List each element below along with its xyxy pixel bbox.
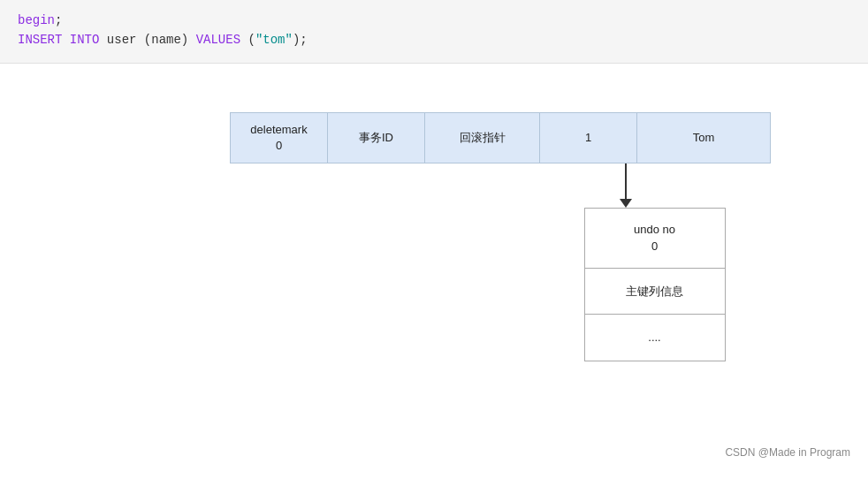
record-table-wrapper: deletemark 0 事务ID 回滚指针 1 Tom (230, 112, 771, 163)
arrow-head (620, 199, 632, 208)
undo-table: undo no 0 主键列信息 .... (584, 208, 726, 361)
undo-box: undo no 0 主键列信息 .... (469, 208, 726, 361)
code-block: begin; INSERT INTO user (name) VALUES ("… (0, 0, 868, 64)
undo-cell-pk: 主键列信息 (585, 269, 725, 315)
record-table: deletemark 0 事务ID 回滚指针 1 Tom (230, 112, 771, 163)
cell-transaction-id: 事务ID (328, 113, 425, 163)
code-line-2: INSERT INTO user (name) VALUES ("tom"); (18, 30, 850, 49)
undo-cell-no: undo no 0 (585, 209, 725, 269)
watermark: CSDN @Made in Program (725, 446, 850, 459)
keyword-begin: begin (18, 13, 55, 27)
keyword-insert: INSERT INTO (18, 33, 99, 47)
keyword-values: VALUES (196, 33, 240, 47)
arrow-shaft (625, 163, 627, 199)
string-tom: "tom" (255, 33, 293, 47)
arrow-section (369, 163, 632, 208)
code-line-1: begin; (18, 11, 850, 30)
cell-id-value: 1 (540, 113, 637, 163)
cell-rollback-pointer: 回滚指针 (425, 113, 540, 163)
cell-deletemark: deletemark 0 (231, 113, 328, 163)
diagram-area: deletemark 0 事务ID 回滚指针 1 Tom (0, 64, 868, 469)
undo-box-wrapper: undo no 0 主键列信息 .... (276, 208, 726, 361)
cell-name-value: Tom (637, 113, 770, 163)
undo-cell-dots: .... (585, 315, 725, 361)
arrow-down (620, 163, 632, 208)
